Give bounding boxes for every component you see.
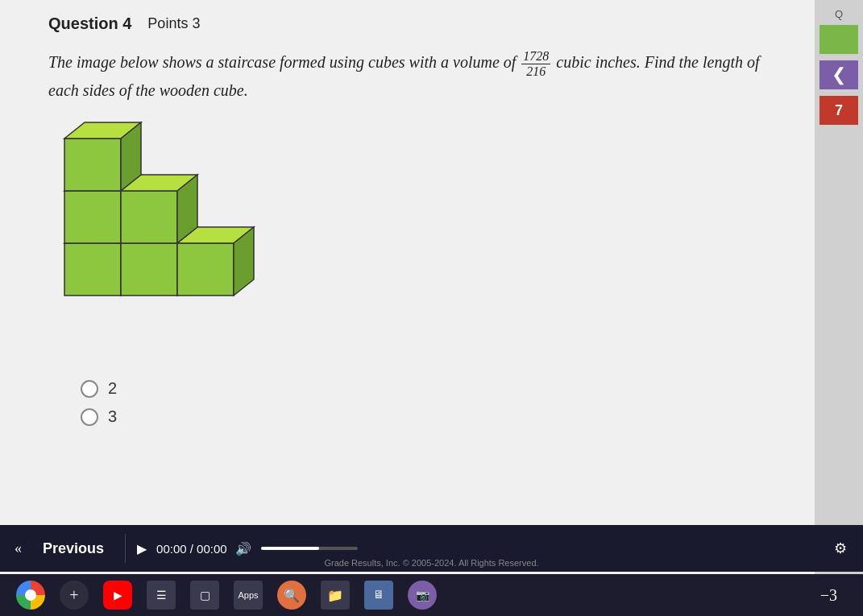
option-2[interactable]: 2: [81, 379, 782, 398]
toolbar-chevron-icon[interactable]: «: [8, 540, 28, 557]
sidebar-q-label: Q: [835, 8, 843, 20]
svg-marker-15: [64, 138, 121, 191]
progress-fill: [261, 547, 319, 550]
sidebar-item-red[interactable]: 7: [819, 96, 858, 125]
time-display: 00:00 / 00:00: [151, 542, 232, 556]
svg-marker-3: [121, 243, 177, 296]
right-sidebar: Q ❮ 7: [815, 0, 863, 574]
taskbar-camera-icon[interactable]: 📷: [408, 581, 437, 610]
fraction-numerator: 1728: [521, 49, 550, 64]
taskbar-display-icon[interactable]: 🖥: [364, 581, 393, 610]
taskbar: + ▶ ☰ ▢ Apps 🔍 📁 🖥 📷 −3: [0, 574, 863, 616]
taskbar-apps-icon[interactable]: Apps: [234, 581, 263, 610]
apps-label: Apps: [238, 590, 258, 600]
cube-r0-c2: [177, 227, 254, 296]
display-symbol: 🖥: [373, 589, 384, 602]
sidebar-chevron-icon: ❮: [832, 64, 846, 85]
folder-symbol: 📁: [327, 588, 343, 603]
radio-2[interactable]: [81, 380, 98, 398]
sidebar-item-purple[interactable]: ❮: [819, 60, 858, 89]
svg-marker-6: [177, 243, 234, 296]
cube-r2-c0: [64, 122, 141, 191]
play-button[interactable]: ▶: [132, 541, 151, 556]
taskbar-window-icon[interactable]: ▢: [190, 581, 219, 610]
sidebar-number-label: 7: [835, 102, 843, 119]
svg-marker-9: [64, 191, 121, 243]
staircase-image: [48, 118, 314, 360]
progress-bar[interactable]: [261, 547, 358, 550]
option-2-label: 2: [108, 379, 117, 398]
volume-button[interactable]: 🔊: [232, 541, 255, 556]
svg-marker-0: [64, 243, 121, 296]
points-label: Points 3: [147, 15, 200, 32]
taskbar-add-icon[interactable]: +: [60, 581, 89, 610]
question-number: Question 4: [48, 14, 131, 33]
camera-symbol: 📷: [416, 589, 429, 602]
fraction-denominator: 216: [525, 64, 547, 79]
settings-button[interactable]: ⚙: [826, 540, 855, 557]
cube-r1-c1: [121, 175, 197, 243]
option-3-label: 3: [108, 407, 117, 426]
main-content: Question 4 Points 3 The image below show…: [0, 0, 815, 616]
taskbar-minimize-icon[interactable]: −3: [811, 586, 847, 605]
search-symbol: 🔍: [284, 588, 300, 603]
previous-button[interactable]: Previous: [28, 534, 118, 564]
copyright-text: Grade Results, Inc. © 2005-2024. All Rig…: [324, 558, 538, 568]
staircase-area: [0, 110, 815, 371]
toolbar-divider: [125, 534, 126, 563]
taskbar-folder-icon[interactable]: 📁: [321, 581, 350, 610]
question-body-text1: The image below shows a staircase formed…: [48, 53, 516, 71]
plus-symbol: +: [69, 587, 78, 603]
taskbar-menu-icon[interactable]: ☰: [147, 581, 176, 610]
fraction-display: 1728 216: [521, 49, 550, 78]
question-header: Question 4 Points 3: [0, 0, 815, 41]
taskbar-chrome-icon[interactable]: [16, 581, 45, 610]
taskbar-youtube-icon[interactable]: ▶: [103, 581, 132, 610]
menu-lines-icon: ☰: [156, 589, 167, 602]
option-3[interactable]: 3: [81, 407, 782, 426]
question-body: The image below shows a staircase formed…: [0, 41, 815, 110]
youtube-play-icon: ▶: [114, 589, 122, 602]
taskbar-search-icon[interactable]: 🔍: [277, 581, 306, 610]
radio-3[interactable]: [81, 408, 98, 426]
svg-marker-12: [121, 191, 177, 243]
answer-options: 2 3: [0, 371, 815, 434]
window-symbol: ▢: [200, 589, 210, 602]
sidebar-item-green[interactable]: [819, 25, 858, 54]
